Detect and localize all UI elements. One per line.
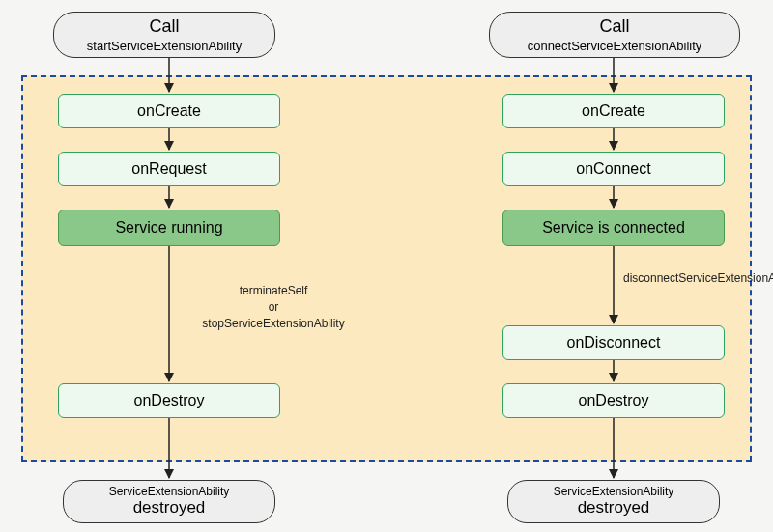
left-running-label: Service running (115, 218, 222, 237)
right-onconnect-label: onConnect (576, 159, 650, 178)
right-destroyed: ServiceExtensionAbility destroyed (507, 480, 720, 523)
right-destroyed-sub: ServiceExtensionAbility (554, 485, 674, 498)
left-destroyed: ServiceExtensionAbility destroyed (63, 480, 275, 523)
left-running: Service running (58, 210, 280, 246)
left-destroyed-sub: ServiceExtensionAbility (109, 485, 230, 498)
left-terminate-label: terminateSelf or stopServiceExtensionAbi… (182, 283, 365, 331)
left-call-sub: startServiceExtensionAbility (87, 39, 242, 54)
disconnect-service-ext: disconnectServiceExtensionAbility (623, 271, 773, 285)
terminate-or: or (182, 299, 365, 316)
left-destroyed-title: destroyed (133, 498, 206, 518)
right-call-sub: connectServiceExtensionAbility (528, 39, 702, 54)
left-ondestroy: onDestroy (58, 383, 280, 418)
left-oncreate-label: onCreate (137, 101, 201, 120)
right-connected-label: Service is connected (542, 218, 685, 237)
right-call-title: Call (599, 16, 629, 38)
right-ondisconnect-label: onDisconnect (567, 333, 661, 351)
right-call-node: Call connectServiceExtensionAbility (489, 12, 740, 58)
right-ondestroy-label: onDestroy (579, 391, 649, 409)
right-ondisconnect: onDisconnect (502, 325, 725, 360)
stop-service-ext: stopServiceExtensionAbility (182, 316, 365, 332)
right-ondestroy: onDestroy (502, 383, 725, 418)
left-call-node: Call startServiceExtensionAbility (53, 12, 275, 58)
right-oncreate: onCreate (502, 94, 725, 128)
left-ondestroy-label: onDestroy (134, 391, 205, 409)
right-onconnect: onConnect (502, 152, 725, 186)
right-disconnect-label: disconnectServiceExtensionAbility (536, 270, 759, 287)
right-destroyed-title: destroyed (578, 498, 650, 518)
left-oncreate: onCreate (58, 94, 280, 128)
terminate-self: terminateSelf (182, 283, 365, 299)
right-oncreate-label: onCreate (582, 101, 645, 120)
left-onrequest: onRequest (58, 152, 280, 186)
left-call-title: Call (149, 16, 179, 38)
right-connected: Service is connected (502, 210, 725, 246)
left-onrequest-label: onRequest (131, 159, 206, 178)
